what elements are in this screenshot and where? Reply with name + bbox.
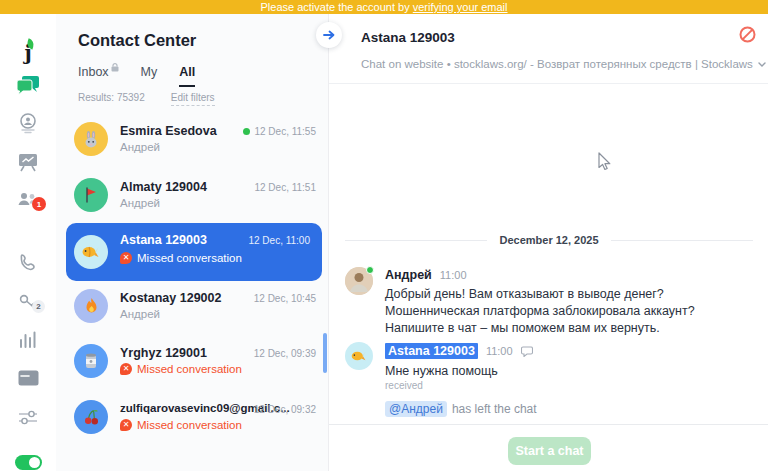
block-visitor-button[interactable] <box>739 26 756 43</box>
sidebar-item-agents[interactable] <box>0 113 56 134</box>
contact-name: Almaty 129004 <box>120 180 207 194</box>
message-time: 11:00 <box>486 345 513 357</box>
contact-subtitle: Андрей <box>120 141 160 153</box>
results-count: Results: 75392 <box>78 92 145 106</box>
message-text: Мне нужна помощь <box>385 363 498 380</box>
fire-icon <box>85 298 98 314</box>
collapse-panel-button[interactable] <box>316 22 342 48</box>
missed-icon: ✕ <box>120 419 132 431</box>
mention-chip[interactable]: @Андрей <box>385 401 447 417</box>
lock-icon <box>111 63 119 72</box>
list-item[interactable]: Kostanay 129002 Андрей 12 Dec, 10:45 <box>56 285 328 337</box>
sidebar-item-api-keys[interactable]: 2 <box>0 292 56 312</box>
sidebar-item-chats[interactable] <box>0 75 56 96</box>
fish-icon <box>351 350 367 362</box>
contact-time: 12 Dec, 09:32 <box>254 404 316 415</box>
block-icon <box>739 26 756 43</box>
sidebar: j <box>0 14 56 471</box>
sidebar-item-statistics[interactable] <box>0 331 56 348</box>
contact-name: Kostanay 129002 <box>120 291 221 305</box>
system-message: @Андрей has left the chat <box>385 401 537 417</box>
message-author-highlighted: Astana 129003 <box>385 343 478 359</box>
online-dot-icon <box>243 128 250 135</box>
sliders-icon <box>18 409 38 426</box>
tab-my-label: My <box>141 65 158 79</box>
sidebar-item-phone[interactable] <box>0 253 56 273</box>
verify-email-link[interactable]: verifying your email <box>413 1 508 13</box>
missed-label: Missed conversation <box>137 252 242 264</box>
fish-icon <box>82 245 100 259</box>
missed-label: Missed conversation <box>137 419 242 431</box>
visitor-avatar <box>345 342 373 370</box>
sidebar-item-reports[interactable] <box>0 151 56 172</box>
edit-filters-link[interactable]: Edit filters <box>171 92 215 106</box>
tab-all-label: All <box>179 65 195 79</box>
tab-my[interactable]: My <box>141 65 158 87</box>
cherries-icon <box>84 409 99 425</box>
date-divider: December 12, 2025 <box>345 234 753 246</box>
chat-title: Astana 129003 <box>361 30 455 45</box>
contact-time: 12 Dec, 10:45 <box>254 293 316 304</box>
missed-label: Missed conversation <box>137 363 242 375</box>
contact-name: Esmira Esedova <box>120 124 217 138</box>
chats-icon <box>16 75 40 96</box>
message-header: Astana 129003 11:00 <box>385 343 533 359</box>
contact-subtitle: Андрей <box>120 197 160 209</box>
contact-time: 12 Dec, 11:51 <box>254 182 316 193</box>
tab-inbox-label: Inbox <box>78 65 109 79</box>
contact-subtitle: Андрей <box>120 308 160 320</box>
list-item[interactable]: Esmira Esedova Андрей 12 Dec, 11:55 <box>56 118 328 170</box>
can-icon <box>85 353 97 369</box>
sidebar-item-billing[interactable] <box>0 370 56 386</box>
avatar <box>74 289 108 323</box>
phone-icon <box>18 253 38 273</box>
chat-channel-icon <box>521 346 533 357</box>
contact-time: 12 Dec, 11:00 <box>248 235 310 246</box>
sidebar-item-team[interactable]: 1 <box>0 191 56 209</box>
missed-icon: ✕ <box>120 363 132 375</box>
jivo-logo[interactable]: j <box>0 42 56 64</box>
rabbit-icon <box>83 131 99 148</box>
list-tabs: Inbox My All <box>78 65 195 87</box>
missed-icon: ✕ <box>120 252 132 264</box>
online-status-toggle[interactable] <box>15 455 42 470</box>
contact-time: 12 Dec, 09:39 <box>254 348 316 359</box>
tab-all[interactable]: All <box>179 65 195 87</box>
app-window: Please activate the account by verifying… <box>0 0 768 471</box>
list-item-selected[interactable]: Astana 129003 12 Dec, 11:00 ✕ Missed con… <box>66 223 322 281</box>
avatar <box>74 344 108 378</box>
jivo-logo-icon: j <box>24 42 31 64</box>
activation-banner: Please activate the account by verifying… <box>0 0 768 14</box>
message-header: Андрей 11:00 <box>385 268 467 282</box>
tab-inbox[interactable]: Inbox <box>78 65 119 87</box>
contact-time: 12 Dec, 11:55 <box>254 126 316 137</box>
presentation-icon <box>17 151 39 172</box>
avatar <box>74 400 108 434</box>
sidebar-item-settings[interactable] <box>0 409 56 426</box>
list-item[interactable]: Almaty 129004 Андрей 12 Dec, 11:51 <box>56 174 328 226</box>
message-status: received <box>385 380 423 391</box>
start-chat-button[interactable]: Start a chat <box>508 437 591 465</box>
list-scrollbar[interactable] <box>323 333 327 373</box>
date-divider-label: December 12, 2025 <box>499 234 598 246</box>
team-badge: 1 <box>32 197 46 211</box>
page-title: Contact Center <box>78 31 196 50</box>
list-item[interactable]: Yrghyz 129001 ✕ Missed conversation 12 D… <box>56 340 328 392</box>
banner-text: Please activate the account by <box>260 1 412 13</box>
credit-card-icon <box>18 370 39 386</box>
key-badge: 2 <box>32 300 45 313</box>
agent-avatar <box>345 267 373 295</box>
contact-name: Astana 129003 <box>120 233 207 247</box>
list-item[interactable]: zulfiqarovasevinc09@gmail.c... ✕ Missed … <box>56 396 328 448</box>
chat-source-dropdown[interactable]: Chat on website • stocklaws.org/ - Возвр… <box>361 58 766 70</box>
online-dot-icon <box>366 266 374 274</box>
system-message-text: has left the chat <box>452 402 537 416</box>
message-time: 11:00 <box>440 269 467 281</box>
arrow-right-icon <box>323 30 335 40</box>
contact-name: Yrghyz 129001 <box>120 346 207 360</box>
avatar <box>74 178 108 212</box>
message-author: Андрей <box>385 268 432 282</box>
chat-panel: Astana 129003 Chat on website • stocklaw… <box>328 14 768 471</box>
bar-chart-icon <box>19 331 37 348</box>
flag-icon <box>84 187 98 203</box>
